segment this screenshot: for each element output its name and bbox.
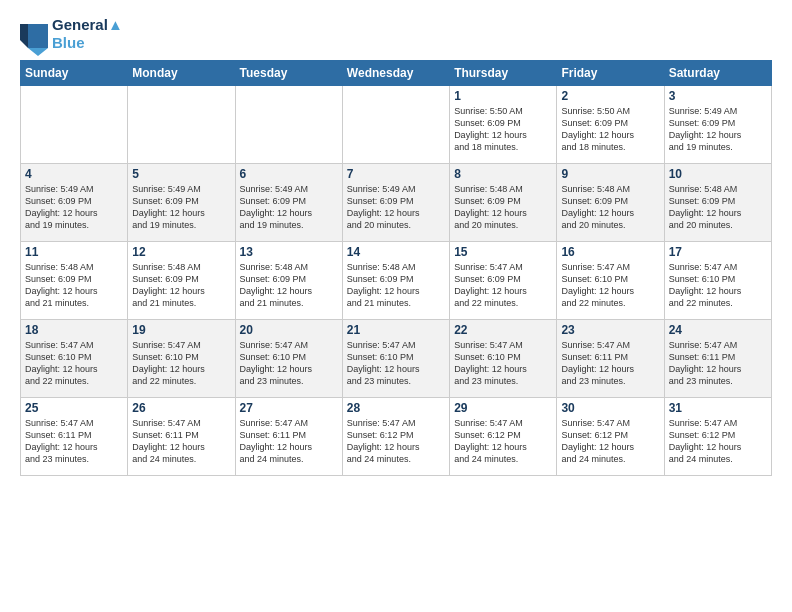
day-number: 19 — [132, 323, 230, 337]
cell-content: Sunrise: 5:49 AM Sunset: 6:09 PM Dayligh… — [347, 183, 445, 232]
cell-content: Sunrise: 5:47 AM Sunset: 6:10 PM Dayligh… — [669, 261, 767, 310]
cell-content: Sunrise: 5:47 AM Sunset: 6:10 PM Dayligh… — [132, 339, 230, 388]
calendar-cell: 31Sunrise: 5:47 AM Sunset: 6:12 PM Dayli… — [664, 398, 771, 476]
calendar-week-row: 18Sunrise: 5:47 AM Sunset: 6:10 PM Dayli… — [21, 320, 772, 398]
day-number: 3 — [669, 89, 767, 103]
day-header-sunday: Sunday — [21, 61, 128, 86]
calendar-week-row: 1Sunrise: 5:50 AM Sunset: 6:09 PM Daylig… — [21, 86, 772, 164]
cell-content: Sunrise: 5:50 AM Sunset: 6:09 PM Dayligh… — [454, 105, 552, 154]
cell-content: Sunrise: 5:48 AM Sunset: 6:09 PM Dayligh… — [25, 261, 123, 310]
header: General▲ Blue — [20, 16, 772, 52]
cell-content: Sunrise: 5:47 AM Sunset: 6:11 PM Dayligh… — [669, 339, 767, 388]
calendar-cell: 23Sunrise: 5:47 AM Sunset: 6:11 PM Dayli… — [557, 320, 664, 398]
day-header-friday: Friday — [557, 61, 664, 86]
day-number: 30 — [561, 401, 659, 415]
day-number: 8 — [454, 167, 552, 181]
day-header-tuesday: Tuesday — [235, 61, 342, 86]
calendar-cell: 28Sunrise: 5:47 AM Sunset: 6:12 PM Dayli… — [342, 398, 449, 476]
page: General▲ Blue SundayMondayTuesdayWednesd… — [0, 0, 792, 612]
calendar-cell: 17Sunrise: 5:47 AM Sunset: 6:10 PM Dayli… — [664, 242, 771, 320]
day-number: 25 — [25, 401, 123, 415]
calendar-cell — [21, 86, 128, 164]
cell-content: Sunrise: 5:47 AM Sunset: 6:12 PM Dayligh… — [561, 417, 659, 466]
calendar-cell: 4Sunrise: 5:49 AM Sunset: 6:09 PM Daylig… — [21, 164, 128, 242]
day-number: 11 — [25, 245, 123, 259]
calendar-cell: 14Sunrise: 5:48 AM Sunset: 6:09 PM Dayli… — [342, 242, 449, 320]
day-number: 12 — [132, 245, 230, 259]
calendar-cell: 10Sunrise: 5:48 AM Sunset: 6:09 PM Dayli… — [664, 164, 771, 242]
day-number: 5 — [132, 167, 230, 181]
calendar-cell: 18Sunrise: 5:47 AM Sunset: 6:10 PM Dayli… — [21, 320, 128, 398]
calendar-cell: 3Sunrise: 5:49 AM Sunset: 6:09 PM Daylig… — [664, 86, 771, 164]
cell-content: Sunrise: 5:47 AM Sunset: 6:11 PM Dayligh… — [561, 339, 659, 388]
calendar-cell: 6Sunrise: 5:49 AM Sunset: 6:09 PM Daylig… — [235, 164, 342, 242]
day-number: 24 — [669, 323, 767, 337]
day-number: 21 — [347, 323, 445, 337]
calendar-cell: 20Sunrise: 5:47 AM Sunset: 6:10 PM Dayli… — [235, 320, 342, 398]
day-number: 4 — [25, 167, 123, 181]
calendar-cell: 16Sunrise: 5:47 AM Sunset: 6:10 PM Dayli… — [557, 242, 664, 320]
day-number: 6 — [240, 167, 338, 181]
day-number: 28 — [347, 401, 445, 415]
calendar-cell: 9Sunrise: 5:48 AM Sunset: 6:09 PM Daylig… — [557, 164, 664, 242]
cell-content: Sunrise: 5:50 AM Sunset: 6:09 PM Dayligh… — [561, 105, 659, 154]
cell-content: Sunrise: 5:47 AM Sunset: 6:10 PM Dayligh… — [454, 339, 552, 388]
cell-content: Sunrise: 5:47 AM Sunset: 6:10 PM Dayligh… — [240, 339, 338, 388]
day-number: 23 — [561, 323, 659, 337]
calendar-header-row: SundayMondayTuesdayWednesdayThursdayFrid… — [21, 61, 772, 86]
cell-content: Sunrise: 5:48 AM Sunset: 6:09 PM Dayligh… — [669, 183, 767, 232]
calendar-cell: 19Sunrise: 5:47 AM Sunset: 6:10 PM Dayli… — [128, 320, 235, 398]
day-header-wednesday: Wednesday — [342, 61, 449, 86]
calendar-cell — [235, 86, 342, 164]
cell-content: Sunrise: 5:48 AM Sunset: 6:09 PM Dayligh… — [561, 183, 659, 232]
cell-content: Sunrise: 5:47 AM Sunset: 6:12 PM Dayligh… — [454, 417, 552, 466]
calendar-cell: 11Sunrise: 5:48 AM Sunset: 6:09 PM Dayli… — [21, 242, 128, 320]
calendar-cell: 22Sunrise: 5:47 AM Sunset: 6:10 PM Dayli… — [450, 320, 557, 398]
day-number: 22 — [454, 323, 552, 337]
cell-content: Sunrise: 5:49 AM Sunset: 6:09 PM Dayligh… — [132, 183, 230, 232]
calendar-cell: 2Sunrise: 5:50 AM Sunset: 6:09 PM Daylig… — [557, 86, 664, 164]
day-number: 17 — [669, 245, 767, 259]
day-number: 26 — [132, 401, 230, 415]
day-number: 20 — [240, 323, 338, 337]
cell-content: Sunrise: 5:49 AM Sunset: 6:09 PM Dayligh… — [669, 105, 767, 154]
cell-content: Sunrise: 5:47 AM Sunset: 6:12 PM Dayligh… — [347, 417, 445, 466]
calendar-cell: 25Sunrise: 5:47 AM Sunset: 6:11 PM Dayli… — [21, 398, 128, 476]
calendar-cell: 1Sunrise: 5:50 AM Sunset: 6:09 PM Daylig… — [450, 86, 557, 164]
day-header-monday: Monday — [128, 61, 235, 86]
day-number: 2 — [561, 89, 659, 103]
day-number: 10 — [669, 167, 767, 181]
day-number: 15 — [454, 245, 552, 259]
cell-content: Sunrise: 5:47 AM Sunset: 6:11 PM Dayligh… — [132, 417, 230, 466]
cell-content: Sunrise: 5:47 AM Sunset: 6:09 PM Dayligh… — [454, 261, 552, 310]
cell-content: Sunrise: 5:49 AM Sunset: 6:09 PM Dayligh… — [240, 183, 338, 232]
calendar-cell: 8Sunrise: 5:48 AM Sunset: 6:09 PM Daylig… — [450, 164, 557, 242]
cell-content: Sunrise: 5:48 AM Sunset: 6:09 PM Dayligh… — [454, 183, 552, 232]
logo: General▲ Blue — [20, 16, 123, 52]
calendar-cell: 13Sunrise: 5:48 AM Sunset: 6:09 PM Dayli… — [235, 242, 342, 320]
cell-content: Sunrise: 5:48 AM Sunset: 6:09 PM Dayligh… — [240, 261, 338, 310]
cell-content: Sunrise: 5:47 AM Sunset: 6:11 PM Dayligh… — [25, 417, 123, 466]
calendar-cell: 24Sunrise: 5:47 AM Sunset: 6:11 PM Dayli… — [664, 320, 771, 398]
cell-content: Sunrise: 5:49 AM Sunset: 6:09 PM Dayligh… — [25, 183, 123, 232]
logo-icon — [20, 20, 48, 48]
cell-content: Sunrise: 5:47 AM Sunset: 6:10 PM Dayligh… — [347, 339, 445, 388]
day-number: 18 — [25, 323, 123, 337]
cell-content: Sunrise: 5:47 AM Sunset: 6:11 PM Dayligh… — [240, 417, 338, 466]
day-header-thursday: Thursday — [450, 61, 557, 86]
calendar-cell: 26Sunrise: 5:47 AM Sunset: 6:11 PM Dayli… — [128, 398, 235, 476]
calendar-cell: 27Sunrise: 5:47 AM Sunset: 6:11 PM Dayli… — [235, 398, 342, 476]
cell-content: Sunrise: 5:47 AM Sunset: 6:12 PM Dayligh… — [669, 417, 767, 466]
calendar-cell: 5Sunrise: 5:49 AM Sunset: 6:09 PM Daylig… — [128, 164, 235, 242]
day-number: 14 — [347, 245, 445, 259]
cell-content: Sunrise: 5:47 AM Sunset: 6:10 PM Dayligh… — [25, 339, 123, 388]
calendar-cell — [342, 86, 449, 164]
calendar-week-row: 25Sunrise: 5:47 AM Sunset: 6:11 PM Dayli… — [21, 398, 772, 476]
day-number: 7 — [347, 167, 445, 181]
calendar-cell — [128, 86, 235, 164]
day-number: 1 — [454, 89, 552, 103]
calendar-week-row: 4Sunrise: 5:49 AM Sunset: 6:09 PM Daylig… — [21, 164, 772, 242]
day-number: 9 — [561, 167, 659, 181]
day-number: 13 — [240, 245, 338, 259]
day-number: 31 — [669, 401, 767, 415]
